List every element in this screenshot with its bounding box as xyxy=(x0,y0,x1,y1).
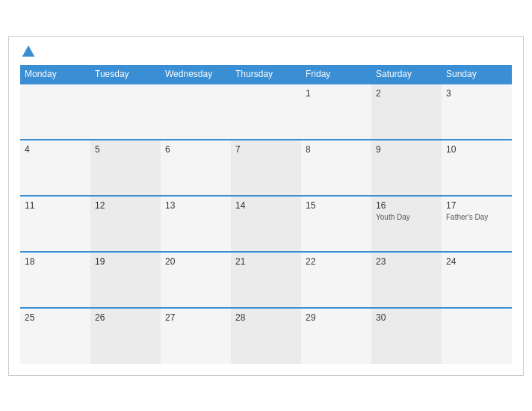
calendar-cell: 6 xyxy=(161,140,231,196)
day-number: 15 xyxy=(306,200,367,211)
calendar-week-row: 18192021222324 xyxy=(20,252,512,308)
day-number: 30 xyxy=(376,312,437,323)
day-number: 21 xyxy=(235,256,297,267)
day-number: 9 xyxy=(376,144,437,155)
day-number: 4 xyxy=(25,144,86,155)
weekday-header-sunday: Sunday xyxy=(442,65,512,84)
calendar-cell: 30 xyxy=(371,308,442,364)
day-number: 1 xyxy=(306,88,367,99)
calendar-cell: 23 xyxy=(371,252,442,308)
calendar-cell: 18 xyxy=(20,252,90,308)
calendar-cell: 15 xyxy=(301,196,371,252)
calendar-cell: 4 xyxy=(20,140,90,196)
calendar-cell: 28 xyxy=(231,308,301,364)
calendar-cell: 1 xyxy=(301,84,371,140)
day-number: 22 xyxy=(306,256,367,267)
calendar-cell: 2 xyxy=(371,84,442,140)
day-number: 28 xyxy=(235,312,297,323)
day-number: 29 xyxy=(306,312,367,323)
day-number: 23 xyxy=(376,256,437,267)
event-label: Father's Day xyxy=(446,213,507,221)
day-number: 13 xyxy=(165,200,226,211)
day-number: 8 xyxy=(306,144,367,155)
calendar-cell: 22 xyxy=(301,252,371,308)
day-number: 2 xyxy=(376,88,437,99)
calendar-cell xyxy=(20,84,90,140)
calendar-cell: 14 xyxy=(231,196,301,252)
day-number: 26 xyxy=(95,312,156,323)
calendar-wrapper: MondayTuesdayWednesdayThursdayFridaySatu… xyxy=(8,36,524,376)
day-number: 20 xyxy=(165,256,226,267)
calendar-cell: 16Youth Day xyxy=(371,196,442,252)
calendar-cell: 20 xyxy=(161,252,231,308)
calendar-cell: 5 xyxy=(90,140,161,196)
day-number: 12 xyxy=(95,200,156,211)
calendar-cell: 25 xyxy=(20,308,90,364)
calendar-cell: 19 xyxy=(90,252,161,308)
day-number: 17 xyxy=(446,200,507,211)
weekday-header-friday: Friday xyxy=(301,65,371,84)
calendar-week-row: 123 xyxy=(20,84,512,140)
svg-marker-0 xyxy=(22,45,35,56)
calendar-cell: 11 xyxy=(20,196,90,252)
day-number: 7 xyxy=(235,144,297,155)
calendar-cell: 21 xyxy=(231,252,301,308)
calendar-week-row: 252627282930 xyxy=(20,308,512,364)
calendar-cell: 27 xyxy=(161,308,231,364)
weekday-header-tuesday: Tuesday xyxy=(90,65,161,84)
calendar-table: MondayTuesdayWednesdayThursdayFridaySatu… xyxy=(20,65,512,364)
calendar-cell: 17Father's Day xyxy=(442,196,512,252)
logo-icon xyxy=(21,44,36,59)
day-number: 19 xyxy=(95,256,156,267)
calendar-cell: 29 xyxy=(301,308,371,364)
calendar-header xyxy=(20,44,512,59)
calendar-week-row: 45678910 xyxy=(20,140,512,196)
calendar-cell: 7 xyxy=(231,140,301,196)
day-number: 5 xyxy=(95,144,156,155)
logo xyxy=(20,44,37,59)
weekday-header-saturday: Saturday xyxy=(371,65,442,84)
day-number: 27 xyxy=(165,312,226,323)
calendar-cell: 9 xyxy=(371,140,442,196)
day-number: 3 xyxy=(446,88,507,99)
day-number: 18 xyxy=(25,256,86,267)
calendar-cell: 8 xyxy=(301,140,371,196)
weekday-header-thursday: Thursday xyxy=(231,65,301,84)
day-number: 10 xyxy=(446,144,507,155)
day-number: 16 xyxy=(376,200,437,211)
weekday-header-wednesday: Wednesday xyxy=(161,65,231,84)
calendar-cell xyxy=(161,84,231,140)
day-number: 11 xyxy=(25,200,86,211)
calendar-cell xyxy=(90,84,161,140)
weekday-header-monday: Monday xyxy=(20,65,90,84)
day-number: 6 xyxy=(165,144,226,155)
day-number: 14 xyxy=(235,200,297,211)
calendar-cell: 26 xyxy=(90,308,161,364)
calendar-cell: 12 xyxy=(90,196,161,252)
calendar-cell: 24 xyxy=(442,252,512,308)
calendar-cell: 10 xyxy=(442,140,512,196)
calendar-week-row: 111213141516Youth Day17Father's Day xyxy=(20,196,512,252)
weekday-header-row: MondayTuesdayWednesdayThursdayFridaySatu… xyxy=(20,65,512,84)
event-label: Youth Day xyxy=(376,213,437,221)
day-number: 25 xyxy=(25,312,86,323)
day-number: 24 xyxy=(446,256,507,267)
calendar-cell: 13 xyxy=(161,196,231,252)
calendar-cell xyxy=(442,308,512,364)
calendar-cell xyxy=(231,84,301,140)
calendar-cell: 3 xyxy=(442,84,512,140)
